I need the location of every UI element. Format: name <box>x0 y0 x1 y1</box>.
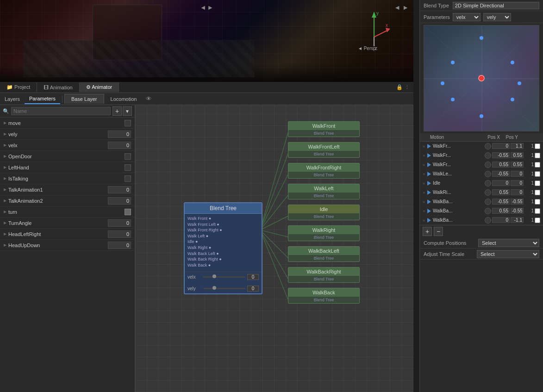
motion-cb-6[interactable] <box>535 199 540 205</box>
motion-posx-3[interactable] <box>492 171 510 177</box>
motion-posy-4[interactable] <box>511 180 524 186</box>
adjust-time-scale-dropdown[interactable]: Select Homogeneous Speed <box>477 250 539 258</box>
motion-row-0[interactable]: = WalkFr... 1 <box>420 142 543 151</box>
drag-handle-7[interactable]: = <box>423 209 426 213</box>
lock-icon[interactable]: 🔒 <box>396 84 403 90</box>
motion-posy-3[interactable] <box>511 171 524 177</box>
param-talkanimation1[interactable]: ▶ TalkAnimation1 <box>0 184 135 195</box>
blend-dot-walkfront[interactable] <box>480 36 483 40</box>
viewport-nav-center[interactable]: ◄ ► <box>200 4 214 11</box>
param-turn[interactable]: ▶ turn <box>0 206 135 218</box>
motion-posx-6[interactable] <box>492 199 510 205</box>
state-node-walkback[interactable]: WalkBack Blend Tree <box>288 288 360 304</box>
motion-posy-5[interactable] <box>511 189 524 195</box>
blend-dot-walkleft[interactable] <box>441 81 444 85</box>
tab-project[interactable]: 📁 Project <box>0 82 37 92</box>
blend-type-dropdown[interactable]: 2D Simple Directional <box>453 2 539 9</box>
drag-handle-3[interactable]: = <box>423 172 426 176</box>
blend-space-viz[interactable] <box>424 25 539 131</box>
blend-dot-idle[interactable] <box>478 75 485 81</box>
motion-row-8[interactable]: = WalkBa... 1 <box>420 216 543 225</box>
state-node-walkfrontleft[interactable]: WalkFrontLeft Blend Tree <box>288 142 360 158</box>
tab-base-layer[interactable]: Base Layer <box>64 94 104 104</box>
param-opendoor[interactable]: ▶ OpenDoor <box>0 151 135 162</box>
motion-cb-7[interactable] <box>535 208 540 214</box>
motion-row-4[interactable]: = Idle 1 <box>420 179 543 188</box>
search-input[interactable] <box>11 107 111 115</box>
turnangle-value[interactable] <box>108 219 131 227</box>
motion-pick-btn-5[interactable] <box>485 189 491 196</box>
blend-dot-walkback[interactable] <box>480 114 483 118</box>
nav-arrows[interactable]: ◄ ► <box>394 4 409 11</box>
param-velx[interactable]: ▶ velx <box>0 140 135 151</box>
motion-posy-7[interactable] <box>511 208 524 214</box>
param-y-dropdown[interactable]: vely <box>483 13 511 21</box>
motion-pick-btn-4[interactable] <box>485 180 491 187</box>
param-headupdown[interactable]: ▶ HeadUpDown <box>0 240 135 251</box>
motion-row-1[interactable]: = WalkFr... 1 <box>420 151 543 160</box>
blend-dot-walkright[interactable] <box>518 81 521 85</box>
graph-area[interactable]: Blend Tree Walk Front ● Walk Front Left … <box>135 105 413 392</box>
motion-posy-6[interactable] <box>511 199 524 205</box>
motion-pick-btn-1[interactable] <box>485 152 491 159</box>
motion-posx-2[interactable] <box>492 162 510 168</box>
drag-handle-5[interactable]: = <box>423 190 426 195</box>
compute-positions-dropdown[interactable]: Select Velocity XZ Speed <box>478 239 539 247</box>
drag-handle-2[interactable]: = <box>423 162 426 167</box>
motion-cb-8[interactable] <box>535 218 540 223</box>
motion-posx-4[interactable] <box>492 180 510 186</box>
param-x-dropdown[interactable]: velx <box>453 13 481 21</box>
motion-posx-7[interactable] <box>492 208 510 214</box>
param-headleftright[interactable]: ▶ HeadLeftRight <box>0 229 135 240</box>
motion-posy-2[interactable] <box>511 162 524 168</box>
add-parameter-button[interactable]: + <box>112 106 122 116</box>
state-node-walkfront[interactable]: WalkFront Blend Tree <box>288 121 360 137</box>
motion-posy-8[interactable] <box>511 217 524 223</box>
talkanimation1-value[interactable] <box>108 186 131 193</box>
motion-posx-8[interactable] <box>492 217 510 223</box>
velx-port-value[interactable] <box>247 274 259 280</box>
state-node-idle[interactable]: Idle Blend Tree <box>288 205 360 220</box>
motion-pick-btn-3[interactable] <box>485 171 491 177</box>
velx-value[interactable] <box>108 142 131 149</box>
headupdown-value[interactable] <box>108 242 131 249</box>
param-turnangle[interactable]: ▶ TurnAngle <box>0 218 135 229</box>
param-istalking[interactable]: ▶ IsTalking <box>0 173 135 184</box>
istalking-checkbox[interactable] <box>125 175 131 182</box>
motion-posx-5[interactable] <box>492 189 510 195</box>
motion-posx-1[interactable] <box>492 152 510 158</box>
motion-cb-0[interactable] <box>535 143 540 149</box>
drag-handle-4[interactable]: = <box>423 181 426 186</box>
motion-pick-btn-8[interactable] <box>485 217 491 224</box>
drag-handle-0[interactable]: = <box>423 144 426 149</box>
state-node-walkbackleft[interactable]: WalkBackLeft Blend Tree <box>288 246 360 262</box>
blend-dot-walkbackright[interactable] <box>511 98 514 101</box>
motion-row-5[interactable]: = WalkRi... 1 <box>420 188 543 197</box>
motion-cb-1[interactable] <box>535 153 540 158</box>
blend-tree-node[interactable]: Blend Tree Walk Front ● Walk Front Left … <box>184 202 262 294</box>
state-node-walkright[interactable]: WalkRight Blend Tree <box>288 225 360 241</box>
blend-dot-walkbackleft[interactable] <box>451 98 455 101</box>
talkanimation2-value[interactable] <box>108 197 131 205</box>
param-vely[interactable]: ▶ vely <box>0 129 135 140</box>
state-node-walkbackright[interactable]: WalkBackRight Blend Tree <box>288 267 360 283</box>
motion-pick-btn-6[interactable] <box>485 199 491 205</box>
motion-row-2[interactable]: = WalkFr... 1 <box>420 160 543 169</box>
motion-pick-btn-7[interactable] <box>485 208 491 214</box>
motion-cb-5[interactable] <box>535 190 540 195</box>
motion-posy-0[interactable] <box>511 143 524 149</box>
menu-icon[interactable]: ⋮ <box>405 84 410 90</box>
param-move[interactable]: ▶ move <box>0 118 135 129</box>
motion-row-3[interactable]: = WalkLe... 1 <box>420 169 543 179</box>
state-node-walkfrontright[interactable]: WalkFrontRight Blend Tree <box>288 163 360 179</box>
lefthand-checkbox[interactable] <box>125 164 131 171</box>
opendoor-checkbox[interactable] <box>125 153 131 160</box>
motion-cb-3[interactable] <box>535 171 540 177</box>
headleftright-value[interactable] <box>108 230 131 238</box>
viewport-gizmo[interactable]: y x z ◄ Persp <box>358 9 390 51</box>
motion-cb-4[interactable] <box>535 180 540 186</box>
visibility-icon[interactable]: 👁 <box>146 95 152 102</box>
motion-row-6[interactable]: = WalkBa... 1 <box>420 197 543 206</box>
blend-dot-walkfrontleft[interactable] <box>451 61 455 64</box>
velx-slider[interactable] <box>203 276 245 278</box>
